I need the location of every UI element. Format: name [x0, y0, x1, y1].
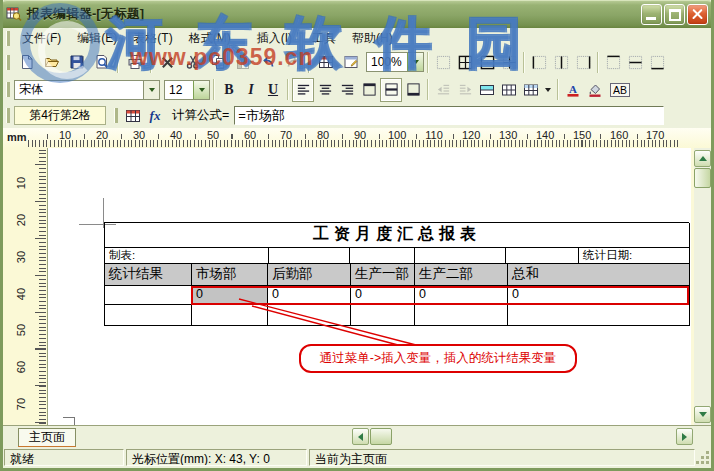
header-cell[interactable]: 生产一部: [351, 264, 415, 286]
cut-button[interactable]: [180, 50, 205, 74]
value-cell[interactable]: 0: [351, 286, 415, 305]
align-right-button[interactable]: [336, 78, 358, 102]
font-combo[interactable]: 宋体: [14, 80, 160, 100]
document-canvas[interactable]: 工资月度汇总报表 制表: 统计日期: 统计结果 市场部 后勤部 生产一部 生产二…: [48, 148, 694, 425]
value-cell[interactable]: 0: [415, 286, 508, 305]
table-cell[interactable]: [350, 248, 415, 264]
font-dropdown-button[interactable]: [143, 81, 159, 99]
menu-edit[interactable]: 编辑(E): [69, 28, 125, 49]
bold-button[interactable]: B: [218, 78, 240, 102]
print-button[interactable]: [122, 50, 147, 74]
table-cell[interactable]: [192, 305, 268, 326]
vertical-scroll-thumb[interactable]: [694, 168, 711, 188]
close-button[interactable]: [687, 4, 708, 25]
zoom-combo[interactable]: 100%: [366, 52, 424, 72]
indent-increase-button[interactable]: [454, 78, 476, 102]
table-cell[interactable]: [506, 248, 579, 264]
formula-input[interactable]: [234, 106, 664, 125]
undo-button[interactable]: [255, 50, 280, 74]
copy-button[interactable]: [205, 50, 230, 74]
horizontal-scrollbar[interactable]: [352, 428, 693, 445]
print-preview-button[interactable]: [89, 50, 114, 74]
value-cell[interactable]: [105, 286, 192, 305]
date-cell[interactable]: 统计日期:: [579, 248, 690, 264]
tab-main-page[interactable]: 主页面: [18, 428, 76, 447]
fx-button[interactable]: fx: [144, 104, 166, 128]
italic-button[interactable]: I: [240, 78, 262, 102]
font-color-button[interactable]: A: [562, 78, 584, 102]
selected-value-cell[interactable]: 0: [192, 286, 268, 305]
open-button[interactable]: [39, 50, 64, 74]
indent-decrease-button[interactable]: [432, 78, 454, 102]
toolbar-grip[interactable]: [6, 82, 10, 97]
table-cell[interactable]: [508, 305, 690, 326]
toolbar-grip[interactable]: [6, 55, 10, 70]
table-cell[interactable]: [415, 305, 508, 326]
table-cell[interactable]: [268, 305, 351, 326]
paste-button[interactable]: [230, 50, 255, 74]
valign-bottom-button[interactable]: [402, 78, 424, 102]
resize-grip[interactable]: [697, 452, 710, 465]
fill-color-button[interactable]: [584, 78, 606, 102]
align-center-button[interactable]: [314, 78, 336, 102]
table-cell[interactable]: [351, 305, 415, 326]
table-cell[interactable]: [415, 248, 506, 264]
header-cell[interactable]: 总和: [508, 264, 690, 286]
menu-table[interactable]: 表格(T): [125, 28, 180, 49]
valign-middle-button[interactable]: [380, 78, 402, 102]
maximize-button[interactable]: [664, 4, 685, 25]
toolbar-grip[interactable]: [114, 108, 118, 123]
fill-cell-button[interactable]: [476, 78, 498, 102]
border-vertical-center-button[interactable]: [550, 50, 572, 74]
value-cell[interactable]: 0: [508, 286, 690, 305]
menu-insert[interactable]: 插入(I): [249, 28, 300, 49]
align-left-button[interactable]: [292, 78, 314, 102]
font-size-dropdown-button[interactable]: [193, 81, 209, 99]
border-left-button[interactable]: [528, 50, 550, 74]
table-style-button[interactable]: [520, 78, 542, 102]
border-top-button[interactable]: [602, 50, 624, 74]
header-cell[interactable]: 统计结果: [105, 264, 192, 286]
redo-button[interactable]: [280, 50, 305, 74]
vertical-scrollbar[interactable]: [694, 148, 711, 425]
maker-cell[interactable]: 制表:: [105, 248, 269, 264]
border-right-button[interactable]: [572, 50, 594, 74]
scroll-up-button[interactable]: [694, 150, 711, 167]
value-cell[interactable]: 0: [268, 286, 351, 305]
scroll-down-button[interactable]: [694, 406, 711, 423]
valign-top-button[interactable]: [358, 78, 380, 102]
menubar-grip[interactable]: [6, 31, 10, 46]
table-select-button[interactable]: [122, 104, 144, 128]
menu-format[interactable]: 格式(M): [181, 28, 239, 49]
ab-button[interactable]: AB: [606, 78, 634, 102]
header-cell[interactable]: 生产二部: [415, 264, 508, 286]
font-size-combo[interactable]: 12: [164, 80, 210, 100]
properties-button[interactable]: [338, 50, 363, 74]
insert-table-button[interactable]: [313, 50, 338, 74]
scroll-left-button[interactable]: [352, 428, 369, 445]
border-all-button[interactable]: [454, 50, 476, 74]
zoom-dropdown-button[interactable]: [407, 53, 423, 71]
scroll-right-button[interactable]: [676, 428, 693, 445]
underline-button[interactable]: U: [262, 78, 284, 102]
grid-button[interactable]: [498, 78, 520, 102]
menu-help[interactable]: 帮助(H): [344, 28, 401, 49]
menu-file[interactable]: 文件(F): [14, 28, 69, 49]
report-title-cell[interactable]: 工资月度汇总报表: [105, 223, 690, 248]
border-outer-button[interactable]: [476, 50, 498, 74]
delete-button[interactable]: [155, 50, 180, 74]
header-cell[interactable]: 市场部: [192, 264, 268, 286]
border-none-button[interactable]: [432, 50, 454, 74]
table-style-dropdown-button[interactable]: [542, 78, 554, 102]
border-horizontal-center-button[interactable]: [624, 50, 646, 74]
menu-tools[interactable]: 工具: [304, 28, 344, 49]
toolbar-grip[interactable]: [6, 108, 10, 123]
border-bottom-button[interactable]: [646, 50, 668, 74]
new-button[interactable]: [14, 50, 39, 74]
table-cell[interactable]: [105, 305, 192, 326]
horizontal-scroll-thumb[interactable]: [370, 428, 392, 445]
table-cell[interactable]: [269, 248, 350, 264]
save-button[interactable]: [64, 50, 89, 74]
border-inner-button[interactable]: [498, 50, 520, 74]
minimize-button[interactable]: [641, 4, 662, 25]
